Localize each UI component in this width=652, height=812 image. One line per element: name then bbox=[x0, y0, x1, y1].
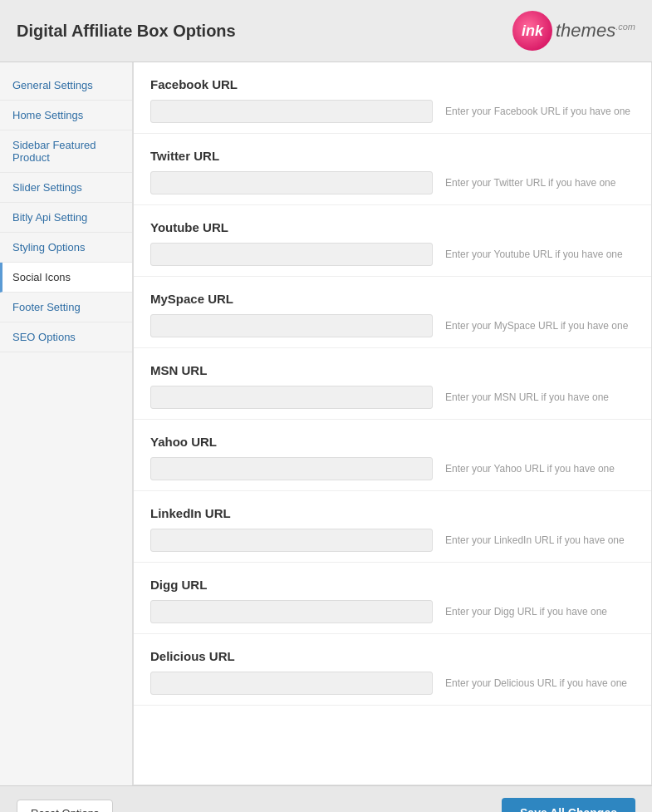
sidebar-item-bitly-api-setting[interactable]: Bitly Api Setting bbox=[0, 203, 132, 233]
field-label-youtube-url: Youtube URL bbox=[150, 220, 635, 234]
input-twitter-url[interactable] bbox=[150, 171, 433, 194]
sidebar-item-footer-setting[interactable]: Footer Setting bbox=[0, 293, 132, 322]
logo-text: themes.com bbox=[556, 20, 635, 42]
sidebar-item-slider-settings[interactable]: Slider Settings bbox=[0, 173, 132, 203]
field-label-facebook-url: Facebook URL bbox=[150, 77, 635, 91]
hint-youtube-url: Enter your Youtube URL if you have one bbox=[445, 249, 635, 260]
content-area: Facebook URLEnter your Facebook URL if y… bbox=[133, 62, 652, 785]
input-myspace-url[interactable] bbox=[150, 314, 433, 337]
sidebar-item-styling-options[interactable]: Styling Options bbox=[0, 233, 132, 263]
field-row-youtube-url: Enter your Youtube URL if you have one bbox=[150, 243, 635, 266]
field-label-msn-url: MSN URL bbox=[150, 363, 635, 377]
hint-delicious-url: Enter your Delicious URL if you have one bbox=[445, 677, 635, 689]
input-delicious-url[interactable] bbox=[150, 672, 433, 695]
input-facebook-url[interactable] bbox=[150, 100, 433, 123]
field-label-twitter-url: Twitter URL bbox=[150, 149, 635, 163]
hint-yahoo-url: Enter your Yahoo URL if you have one bbox=[445, 463, 635, 475]
field-label-delicious-url: Delicious URL bbox=[150, 649, 635, 663]
field-row-delicious-url: Enter your Delicious URL if you have one bbox=[150, 672, 635, 695]
logo-icon-text: ink bbox=[522, 22, 543, 40]
field-row-yahoo-url: Enter your Yahoo URL if you have one bbox=[150, 457, 635, 480]
field-section-linkedin-url: LinkedIn URLEnter your LinkedIn URL if y… bbox=[134, 491, 651, 563]
field-row-msn-url: Enter your MSN URL if you have one bbox=[150, 386, 635, 409]
field-row-myspace-url: Enter your MySpace URL if you have one bbox=[150, 314, 635, 337]
input-linkedin-url[interactable] bbox=[150, 529, 433, 552]
sidebar-item-sidebar-featured-product[interactable]: Sidebar Featured Product bbox=[0, 130, 132, 173]
field-label-myspace-url: MySpace URL bbox=[150, 292, 635, 306]
field-label-digg-url: Digg URL bbox=[150, 578, 635, 592]
field-row-linkedin-url: Enter your LinkedIn URL if you have one bbox=[150, 529, 635, 552]
field-section-delicious-url: Delicious URLEnter your Delicious URL if… bbox=[134, 634, 651, 706]
logo: ink themes.com bbox=[512, 11, 635, 51]
reset-button[interactable]: Reset Options bbox=[17, 800, 113, 813]
hint-facebook-url: Enter your Facebook URL if you have one bbox=[445, 106, 635, 117]
input-digg-url[interactable] bbox=[150, 600, 433, 623]
field-label-yahoo-url: Yahoo URL bbox=[150, 435, 635, 449]
hint-digg-url: Enter your Digg URL if you have one bbox=[445, 606, 635, 618]
field-section-digg-url: Digg URLEnter your Digg URL if you have … bbox=[134, 563, 651, 634]
page-title: Digital Affiliate Box Options bbox=[17, 22, 236, 41]
hint-myspace-url: Enter your MySpace URL if you have one bbox=[445, 320, 635, 332]
field-row-facebook-url: Enter your Facebook URL if you have one bbox=[150, 100, 635, 123]
logo-circle: ink bbox=[512, 11, 552, 51]
field-row-twitter-url: Enter your Twitter URL if you have one bbox=[150, 171, 635, 194]
sidebar: General SettingsHome SettingsSidebar Fea… bbox=[0, 62, 133, 785]
field-section-facebook-url: Facebook URLEnter your Facebook URL if y… bbox=[134, 62, 651, 134]
input-msn-url[interactable] bbox=[150, 386, 433, 409]
field-section-msn-url: MSN URLEnter your MSN URL if you have on… bbox=[134, 348, 651, 420]
input-yahoo-url[interactable] bbox=[150, 457, 433, 480]
hint-twitter-url: Enter your Twitter URL if you have one bbox=[445, 177, 635, 189]
main-wrapper: General SettingsHome SettingsSidebar Fea… bbox=[0, 62, 652, 785]
field-section-youtube-url: Youtube URLEnter your Youtube URL if you… bbox=[134, 205, 651, 277]
footer-bar: Reset Options Save All Changes bbox=[0, 785, 652, 812]
save-button[interactable]: Save All Changes bbox=[502, 798, 635, 812]
field-row-digg-url: Enter your Digg URL if you have one bbox=[150, 600, 635, 623]
hint-msn-url: Enter your MSN URL if you have one bbox=[445, 391, 635, 403]
field-section-myspace-url: MySpace URLEnter your MySpace URL if you… bbox=[134, 277, 651, 348]
sidebar-item-home-settings[interactable]: Home Settings bbox=[0, 101, 132, 130]
sidebar-item-seo-options[interactable]: SEO Options bbox=[0, 322, 132, 352]
logo-dotcom: .com bbox=[615, 22, 635, 32]
field-section-twitter-url: Twitter URLEnter your Twitter URL if you… bbox=[134, 134, 651, 205]
sidebar-item-general-settings[interactable]: General Settings bbox=[0, 71, 132, 101]
hint-linkedin-url: Enter your LinkedIn URL if you have one bbox=[445, 534, 635, 546]
field-section-yahoo-url: Yahoo URLEnter your Yahoo URL if you hav… bbox=[134, 420, 651, 491]
input-youtube-url[interactable] bbox=[150, 243, 433, 266]
sidebar-item-social-icons[interactable]: Social Icons bbox=[0, 263, 132, 293]
field-label-linkedin-url: LinkedIn URL bbox=[150, 506, 635, 520]
header: Digital Affiliate Box Options ink themes… bbox=[0, 0, 652, 62]
